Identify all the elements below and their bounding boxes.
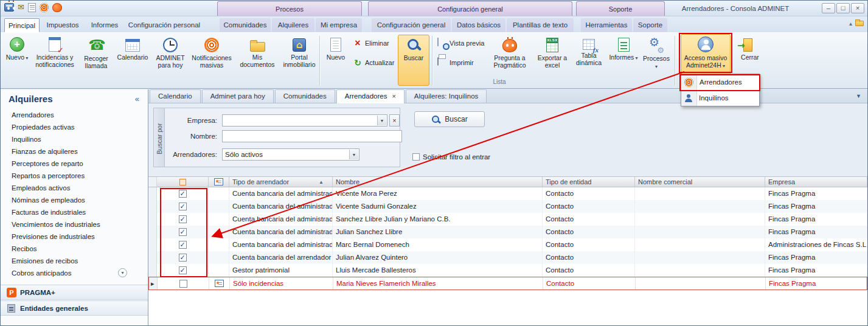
sidebar-item-fianzas[interactable]: Fianzas de alquileres (1, 145, 148, 158)
close-button[interactable]: × (851, 3, 864, 13)
calendario-button[interactable]: Calendario (115, 35, 150, 86)
sidebar-item-facturas[interactable]: Facturas de industriales (1, 206, 148, 218)
column-header-nombre[interactable]: Nombre (333, 177, 543, 187)
tab-configuracion-general[interactable]: Configuración general (372, 18, 451, 32)
table-row[interactable]: ✓ Cuenta bancaria del arrendador Julian … (148, 251, 867, 264)
arrendadores-combo[interactable]: Sólo activos (222, 148, 359, 161)
empresa-combo[interactable] (222, 114, 387, 127)
incidencias-button[interactable]: Incidencias y notificaciones (32, 35, 77, 86)
gears-icon (648, 37, 664, 53)
tab-comunidades[interactable]: Comunidades (220, 18, 271, 32)
sidebar-collapse-icon[interactable] (135, 94, 139, 103)
imprimir-button[interactable]: Imprimir (435, 55, 485, 70)
tab-herramientas[interactable]: Herramientas (581, 18, 632, 32)
row-checkbox[interactable] (179, 280, 187, 288)
table-row[interactable]: ✓ Cuenta bancaria del administrador Vice… (148, 187, 867, 200)
pragmatico-mascot-icon[interactable] (52, 3, 62, 12)
row-checkbox[interactable]: ✓ (179, 190, 187, 198)
pragma-rings-icon[interactable] (40, 3, 49, 12)
menu-item-inquilinos[interactable]: Inquilinos (681, 90, 759, 106)
column-header-tipo-entidad[interactable]: Tipo de entidad (543, 177, 635, 187)
table-row[interactable]: ✓ Gestor patrimonial Lluis Mercade Balle… (148, 264, 867, 277)
row-checkbox[interactable]: ✓ (179, 254, 187, 262)
filter-side-tab[interactable]: Buscar por (154, 108, 165, 167)
sidebar-item-recibos[interactable]: Recibos (1, 243, 148, 255)
dropdown-arrow-icon[interactable] (377, 116, 386, 125)
tab-impuestos[interactable]: Impuestos (41, 18, 85, 32)
search-icon (406, 38, 421, 52)
adminet-para-hoy-button[interactable]: ADMINET para hoy (151, 35, 189, 86)
sidebar-item-arrendadores[interactable]: Arrendadores (1, 109, 148, 121)
close-tab-icon[interactable] (392, 92, 395, 100)
help-folder-icon[interactable] (855, 21, 864, 26)
row-checkbox[interactable]: ✓ (179, 241, 187, 249)
menu-item-arrendadores[interactable]: Arrendadores (681, 74, 759, 90)
sidebar-item-emisiones[interactable]: Emisiones de recibos (1, 255, 148, 267)
sidebar-item-empleados[interactable]: Empleados activos (1, 182, 148, 194)
row-checkbox[interactable]: ✓ (179, 203, 187, 210)
column-header-empresa[interactable]: Empresa (765, 177, 867, 187)
filter-search-button[interactable]: Buscar (414, 111, 485, 127)
sidebar-group-pragma[interactable]: P PRAGMA+ (1, 285, 148, 300)
column-header-tipo-arrendador[interactable]: Tipo de arrendador (229, 177, 333, 187)
row-checkbox[interactable]: ✓ (179, 266, 187, 274)
table-row[interactable]: ✓ Cuenta bancaria del administrador Marc… (148, 238, 867, 251)
actualizar-button[interactable]: Actualizar (350, 55, 397, 70)
row-checkbox[interactable]: ✓ (179, 215, 187, 223)
sidebar-item-inquilinos[interactable]: Inquilinos (1, 133, 148, 145)
doctab-arrendadores[interactable]: Arrendadores (336, 89, 404, 103)
doctab-calendario[interactable]: Calendario (150, 89, 201, 103)
collapse-ribbon-icon[interactable] (849, 19, 852, 27)
tab-alquileres[interactable]: Alquileres (272, 18, 314, 32)
sidebar-item-previsiones[interactable]: Previsiones de industriales (1, 231, 148, 243)
doctab-adminet-para-hoy[interactable]: Adminet para hoy (202, 89, 274, 103)
row-checkbox[interactable]: ✓ (179, 228, 187, 236)
nuevo-button[interactable]: Nuevo (3, 35, 31, 86)
notes-icon[interactable] (28, 3, 36, 12)
minimize-button[interactable]: – (822, 3, 835, 13)
tab-soporte[interactable]: Soporte (633, 18, 667, 32)
sidebar-item-repartos[interactable]: Repartos a perceptores (1, 170, 148, 182)
new-plus-icon (10, 37, 24, 52)
arrendadores-label: Arrendadores: (168, 151, 217, 158)
sidebar-item-cobros-anticipados[interactable]: Cobros anticipados (1, 267, 148, 279)
notificaciones-masivas-button[interactable]: Notificaciones masivas (190, 35, 233, 86)
tab-configuracion-personal[interactable]: Configuración personal (125, 18, 204, 32)
clear-empresa-icon[interactable] (389, 114, 400, 127)
mis-documentos-button[interactable]: Mis documentos (234, 35, 280, 86)
table-row-alert[interactable]: Sólo incidencias Maria Nieves Flamerich … (148, 277, 867, 290)
sidebar-item-vencimientos[interactable]: Vencimientos de industriales (1, 218, 148, 231)
entity-column-header[interactable] (209, 177, 229, 187)
sidebar-item-nominas[interactable]: Nóminas de empleados (1, 194, 148, 206)
tab-principal[interactable]: Principal (4, 18, 40, 32)
tab-datos-basicos[interactable]: Datos básicos (452, 18, 505, 32)
doctab-comunidades[interactable]: Comunidades (275, 89, 335, 103)
tab-plantillas-texto[interactable]: Plantillas de texto (507, 18, 574, 32)
sidebar-more-icon[interactable] (118, 268, 127, 277)
dropdown-arrow-icon[interactable] (349, 150, 358, 159)
solicitar-filtro-checkbox[interactable]: Solicitar filtro al entrar (412, 153, 490, 161)
sidebar: Alquileres Arrendadores Propiedades acti… (1, 89, 148, 325)
tab-informes[interactable]: Informes (86, 18, 123, 32)
portal-inmobiliario-button[interactable]: Portal inmobiliario (282, 35, 317, 86)
sidebar-group-entidades-generales[interactable]: Entidades generales (1, 300, 148, 316)
mail-icon[interactable] (18, 2, 24, 12)
sidebar-item-perceptores[interactable]: Perceptores de reparto (1, 158, 148, 170)
search-icon (431, 115, 440, 124)
recoger-llamada-button[interactable]: Recoger llamada (78, 35, 114, 86)
eliminar-button[interactable]: Eliminar (350, 36, 397, 50)
select-all-column-header[interactable] (157, 177, 209, 187)
doctab-alquileres-inquilinos[interactable]: Alquileres: Inquilinos (406, 89, 487, 103)
nombre-input[interactable] (222, 130, 402, 142)
sidebar-item-propiedades-activas[interactable]: Propiedades activas (1, 121, 148, 133)
ribbon-group-label: Lista (323, 78, 676, 85)
tab-mi-empresa[interactable]: Mi empresa (316, 18, 362, 32)
table-row[interactable]: ✓ Cuenta bancaria del administrador Vice… (148, 200, 867, 213)
tab-list-chevron-icon[interactable] (856, 93, 861, 99)
maximize-button[interactable]: □ (836, 3, 850, 13)
column-header-nombre-comercial[interactable]: Nombre comercial (635, 177, 765, 187)
pivot-table-icon (583, 39, 595, 50)
table-row[interactable]: ✓ Cuenta bancaria del administrador Sanc… (148, 213, 867, 226)
table-row[interactable]: ✓ Cuenta bancaria del administrador Juli… (148, 226, 867, 238)
vista-previa-button[interactable]: Vista previa (435, 36, 485, 50)
